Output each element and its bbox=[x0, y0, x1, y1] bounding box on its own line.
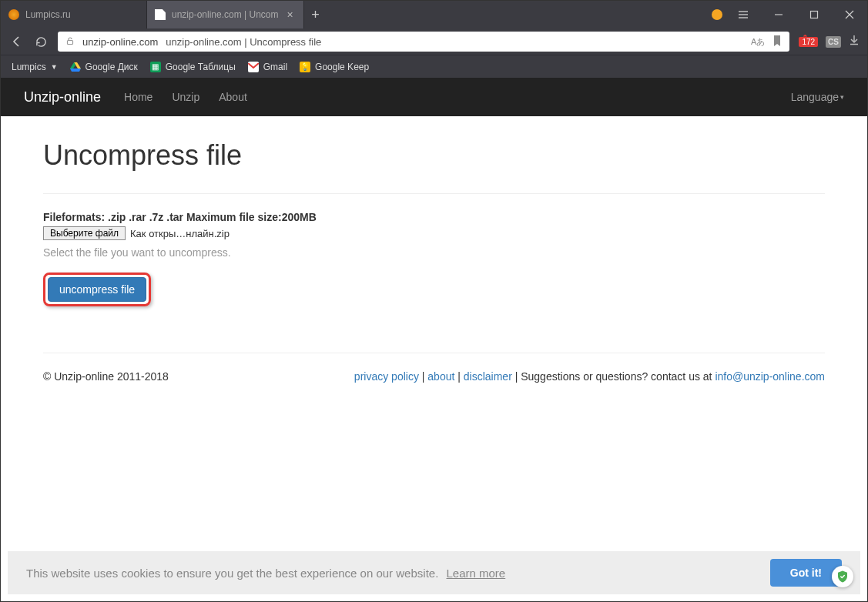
language-label: Language bbox=[791, 91, 839, 103]
maximize-button[interactable] bbox=[796, 1, 832, 28]
bookmarks-bar: Lumpics▼ Google Диск ▦Google Таблицы Gma… bbox=[1, 55, 867, 78]
badge-count: 172 bbox=[802, 38, 815, 46]
bookmark-gdrive[interactable]: Google Диск bbox=[70, 62, 138, 72]
formats-text: Fileformats: .zip .rar .7z .tar Maximum … bbox=[43, 211, 825, 223]
help-text: Select the file you want to uncompress. bbox=[43, 246, 825, 259]
cookie-accept-button[interactable]: Got it! bbox=[770, 559, 842, 587]
bookmark-gmail[interactable]: Gmail bbox=[248, 62, 287, 72]
bookmark-label: Google Диск bbox=[85, 62, 138, 72]
close-window-button[interactable] bbox=[832, 1, 867, 28]
nav-unzip[interactable]: Unzip bbox=[172, 91, 199, 103]
favicon-icon bbox=[8, 9, 19, 20]
menu-button[interactable] bbox=[726, 1, 761, 28]
reload-button[interactable] bbox=[33, 36, 49, 48]
sheets-icon: ▦ bbox=[150, 62, 161, 72]
close-tab-icon[interactable]: × bbox=[285, 8, 296, 21]
url-page-title: unzip-online.com | Uncompress file bbox=[166, 36, 321, 48]
svg-marker-12 bbox=[70, 69, 81, 72]
keep-icon: 💡 bbox=[300, 62, 310, 72]
chevron-down-icon: ▼ bbox=[51, 63, 58, 71]
nav-about[interactable]: About bbox=[219, 91, 247, 103]
site-navbar: Unzip-online Home Unzip About Language▾ bbox=[1, 78, 867, 116]
caret-down-icon: ▾ bbox=[840, 93, 844, 101]
chosen-filename: Как откры…нлайн.zip bbox=[130, 228, 230, 239]
cookie-message: This website uses cookies to ensure you … bbox=[26, 567, 438, 580]
about-link[interactable]: about bbox=[427, 370, 454, 383]
disclaimer-link[interactable]: disclaimer bbox=[464, 370, 512, 383]
bookmark-label: Gmail bbox=[263, 62, 287, 72]
browser-tab-unzip[interactable]: unzip-online.com | Uncom × bbox=[147, 1, 304, 28]
page-content: Uncompress file Fileformats: .zip .rar .… bbox=[1, 116, 867, 383]
title-extension-icon[interactable] bbox=[712, 1, 726, 28]
divider bbox=[43, 353, 825, 353]
bookmark-label: Lumpics bbox=[12, 62, 46, 72]
browser-tab-lumpics[interactable]: Lumpics.ru bbox=[1, 1, 147, 28]
suggestions-text: | Suggestions or questions? contact us a… bbox=[515, 370, 716, 383]
email-link[interactable]: info@unzip-online.com bbox=[715, 370, 825, 383]
privacy-link[interactable]: privacy policy bbox=[354, 370, 419, 383]
file-icon bbox=[155, 9, 166, 20]
svg-rect-4 bbox=[811, 12, 818, 18]
extension-cs[interactable]: CS bbox=[826, 36, 841, 48]
extension-badge[interactable]: 172 bbox=[799, 37, 818, 47]
learn-more-link[interactable]: Learn more bbox=[446, 567, 505, 580]
site-brand[interactable]: Unzip-online bbox=[24, 89, 101, 105]
bookmark-label: Google Таблицы bbox=[166, 62, 236, 72]
back-button[interactable] bbox=[8, 35, 24, 48]
downloads-icon[interactable] bbox=[849, 35, 860, 48]
page-heading: Uncompress file bbox=[43, 139, 825, 172]
lock-icon bbox=[65, 36, 75, 48]
separator: | bbox=[457, 370, 464, 383]
url-domain: unzip-online.com bbox=[82, 36, 158, 48]
bookmark-icon[interactable] bbox=[772, 35, 782, 48]
bookmark-gsheets[interactable]: ▦Google Таблицы bbox=[150, 62, 236, 72]
highlight-annotation: uncompress file bbox=[43, 273, 151, 306]
minimize-button[interactable] bbox=[761, 1, 796, 28]
svg-rect-7 bbox=[68, 40, 73, 44]
drive-icon bbox=[70, 62, 81, 72]
nav-home[interactable]: Home bbox=[124, 91, 152, 103]
cookie-banner: This website uses cookies to ensure you … bbox=[8, 551, 860, 594]
security-badge-icon[interactable] bbox=[832, 566, 853, 587]
bookmark-keep[interactable]: 💡Google Keep bbox=[300, 62, 369, 72]
window-titlebar: Lumpics.ru unzip-online.com | Uncom × + bbox=[1, 1, 867, 28]
uncompress-button[interactable]: uncompress file bbox=[48, 277, 146, 302]
copyright-text: © Unzip-online 2011-2018 bbox=[43, 370, 169, 383]
url-bar: unzip-online.com unzip-online.com | Unco… bbox=[1, 28, 867, 55]
bookmark-lumpics[interactable]: Lumpics▼ bbox=[12, 62, 58, 72]
address-field[interactable]: unzip-online.com unzip-online.com | Unco… bbox=[58, 32, 789, 52]
tab-title: Lumpics.ru bbox=[25, 9, 139, 20]
language-dropdown[interactable]: Language▾ bbox=[791, 91, 844, 103]
translate-icon[interactable]: Aあ bbox=[751, 36, 765, 48]
bookmark-label: Google Keep bbox=[315, 62, 369, 72]
gmail-icon bbox=[248, 62, 259, 72]
footer: © Unzip-online 2011-2018 privacy policy … bbox=[43, 370, 825, 383]
tab-title: unzip-online.com | Uncom bbox=[172, 9, 279, 20]
new-tab-button[interactable]: + bbox=[304, 1, 327, 28]
divider bbox=[43, 193, 825, 194]
choose-file-button[interactable]: Выберите файл bbox=[43, 226, 126, 240]
